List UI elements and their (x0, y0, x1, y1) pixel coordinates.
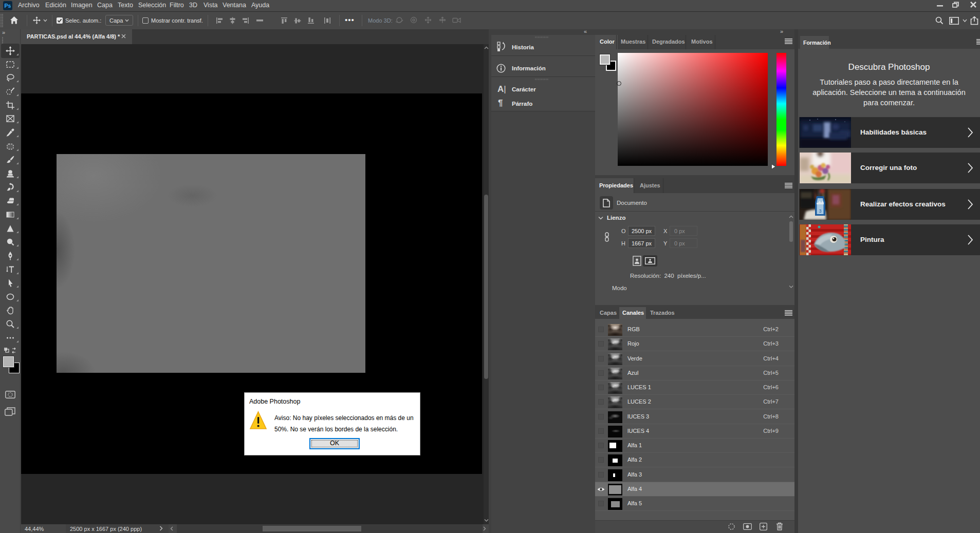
svg-text:3: 3 (819, 208, 821, 214)
